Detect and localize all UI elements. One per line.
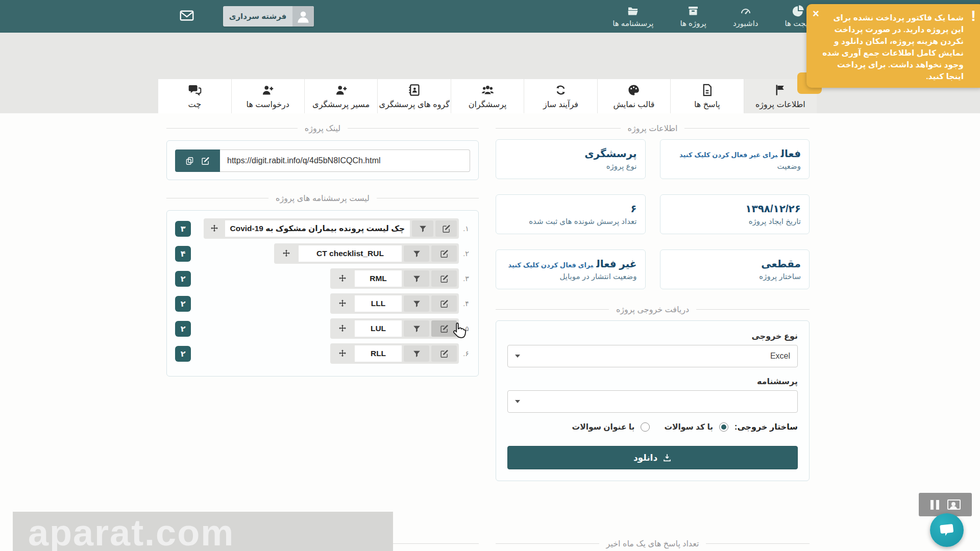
tab-label: درخواست ها [247,99,289,109]
questionnaire-label[interactable]: LUL [355,320,402,337]
tab-interview-groups[interactable]: گروه های پرسشگری [377,79,450,113]
card-label: نوع پروژه [504,162,637,171]
nav-item-questionnaires[interactable]: پرسشنامه ها [612,0,653,33]
section-heading-info: اطلاعات پروژه [496,123,810,133]
drag-handle-icon[interactable] [276,245,297,262]
nav-item-dashboard[interactable]: داشبورد [733,0,758,33]
filter-questionnaire-button[interactable] [404,295,429,312]
questionnaire-label[interactable]: LLL [355,295,402,312]
pip-icon[interactable] [947,499,961,510]
move-icon [338,274,347,283]
section-title: دریافت خروجی پروژه [616,305,689,314]
download-button[interactable]: دانلود [507,446,798,469]
drag-handle-icon[interactable] [332,320,353,337]
response-count-badge: ۴ [175,246,191,262]
structure-label: ساختار خروجی: [734,422,798,432]
section-title: لینک پروژه [305,123,340,133]
support-chat-button[interactable] [930,513,964,547]
response-count-badge: ۲ [175,296,191,312]
nav-item-label: پروژه ها [680,19,706,28]
pause-icon[interactable] [930,500,939,510]
tab-display-template[interactable]: قالب نمایش [597,79,670,113]
tab-interview-path[interactable]: مسیر پرسشگری [304,79,377,113]
tab-label: پاسخ ها [694,99,720,109]
exclamation-icon: ! [971,8,976,23]
tab-label: پرسشگران [469,99,507,109]
section-heading-questionnaires: لیست پرسشنامه های پروژه [166,193,479,203]
questionnaire-label[interactable]: چک لیست پرونده بیماران مشکوک به Covid-19 [225,220,410,237]
project-tabs: اطلاعات پروژه پاسخ ها قالب نمایش فرآیند … [158,79,817,113]
response-count-badge: ۲ [175,321,191,337]
questionnaire-select[interactable] [507,390,798,413]
dashboard-icon [740,5,752,17]
toast-message: شما یک فاکتور پرداخت نشده برای این پروژه… [822,12,964,83]
nav-item-label: داشبورد [733,19,758,28]
payment-warning-toast: × ! شما یک فاکتور پرداخت نشده برای این پ… [806,4,980,88]
questionnaire-label[interactable]: RML [355,270,402,287]
filter-questionnaire-button[interactable] [404,320,429,337]
drag-handle-icon[interactable] [332,295,353,312]
project-url-input[interactable] [220,149,470,172]
response-count-badge: ۲ [175,271,191,287]
drag-handle-icon[interactable] [332,345,353,362]
nav-item-label: پرسشنامه ها [612,19,653,28]
filter-icon [412,274,421,283]
radio-question-code[interactable] [719,422,728,432]
mobile-publish-card[interactable]: غیر فعالبرای فعال کردن کلیک کنید وضعیت ا… [496,249,646,289]
tab-chat[interactable]: چت [158,79,231,113]
tab-requests[interactable]: درخواست ها [231,79,304,113]
nav-item-projects[interactable]: پروژه ها [680,0,706,33]
link-column: لینک پروژه لیست پرسشنامه های پروژه ۱. چک… [166,113,479,377]
tab-label: فرآیند ساز [543,99,578,109]
questionnaire-list: ۱. چک لیست پرونده بیماران مشکوک به Covid… [166,210,479,377]
radio-question-title-label: با عنوان سوالات [572,422,635,432]
user-menu[interactable]: فرشته سرداری [223,6,314,27]
edit-questionnaire-button[interactable] [431,320,457,337]
copy-icon[interactable] [185,157,194,165]
card-label: تاریخ ایجاد پروژه [669,217,801,226]
filter-questionnaire-button[interactable] [404,245,429,262]
mobile-publish-value: غیر فعال [596,258,636,269]
edit-questionnaire-button[interactable] [431,245,457,262]
avatar [292,6,314,27]
move-icon [210,224,219,233]
drag-handle-icon[interactable] [206,220,223,237]
tab-answers[interactable]: پاسخ ها [670,79,743,113]
creation-date-value: ۱۳۹۸/۱۲/۲۶ [745,203,801,214]
row-number: ۴. [461,299,471,308]
edit-questionnaire-button[interactable] [431,345,457,362]
filter-questionnaire-button[interactable] [404,270,429,287]
status-card[interactable]: فعالبرای غیر فعال کردن کلیک کنید وضعیت [660,139,810,179]
close-icon[interactable]: × [813,8,819,19]
link-actions [175,149,220,172]
tab-interviewers[interactable]: پرسشگران [451,79,524,113]
drag-handle-icon[interactable] [332,270,353,287]
edit-questionnaire-button[interactable] [431,270,457,287]
export-card: نوع خروجی Excel پرسشنامه ساختار خروجی: ب… [496,320,810,481]
filter-icon [419,224,427,233]
status-hint: برای غیر فعال کردن کلیک کنید [679,151,778,159]
toast-body: شما یک فاکتور پرداخت نشده برای این پروژه… [822,13,964,69]
edit-icon [440,299,449,308]
questionnaire-label[interactable]: RLL [355,345,402,362]
edit-icon [440,249,449,258]
edit-questionnaire-button[interactable] [431,295,457,312]
move-icon [338,349,347,358]
radio-question-title[interactable] [641,422,650,432]
download-label: دانلود [633,453,657,463]
edit-questionnaire-button[interactable] [435,220,457,237]
filter-questionnaire-button[interactable] [412,220,433,237]
document-icon [700,83,714,97]
move-icon [338,324,347,333]
questionnaire-label[interactable]: CT checklist_RUL [299,245,402,262]
mail-icon[interactable] [180,10,194,21]
output-type-select[interactable]: Excel [507,345,798,367]
section-heading-link: لینک پروژه [166,123,479,133]
edit-icon[interactable] [201,157,210,165]
section-title: اطلاعات پروژه [628,123,678,133]
row-number: ۶. [461,349,471,358]
tab-process-maker[interactable]: فرآیند ساز [524,79,597,113]
pay-here-link[interactable]: اینجا [946,72,964,81]
filter-questionnaire-button[interactable] [404,345,429,362]
edit-icon [440,274,449,283]
